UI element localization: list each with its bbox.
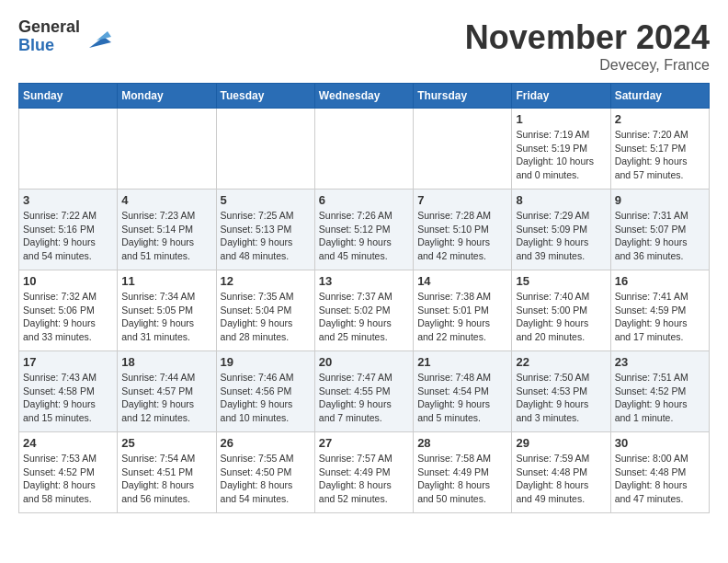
calendar-cell: 30Sunrise: 8:00 AM Sunset: 4:48 PM Dayli… [610, 432, 709, 513]
calendar-cell: 6Sunrise: 7:26 AM Sunset: 5:12 PM Daylig… [314, 190, 413, 270]
calendar-cell: 18Sunrise: 7:44 AM Sunset: 4:57 PM Dayli… [118, 351, 216, 432]
calendar-cell [118, 109, 216, 190]
day-number: 25 [121, 436, 211, 450]
calendar-week-2: 3Sunrise: 7:22 AM Sunset: 5:16 PM Daylig… [19, 190, 710, 270]
column-header-wednesday: Wednesday [314, 84, 413, 109]
column-header-friday: Friday [512, 84, 610, 109]
day-number: 23 [615, 355, 705, 369]
calendar-cell: 3Sunrise: 7:22 AM Sunset: 5:16 PM Daylig… [19, 190, 118, 270]
day-info: Sunrise: 7:53 AM Sunset: 4:52 PM Dayligh… [23, 452, 113, 506]
day-number: 12 [221, 274, 311, 288]
day-number: 8 [516, 193, 606, 207]
column-header-tuesday: Tuesday [216, 84, 314, 109]
day-number: 13 [319, 274, 409, 288]
calendar-cell: 22Sunrise: 7:50 AM Sunset: 4:53 PM Dayli… [512, 351, 610, 432]
day-info: Sunrise: 7:47 AM Sunset: 4:55 PM Dayligh… [319, 371, 409, 425]
calendar-cell: 10Sunrise: 7:32 AM Sunset: 5:06 PM Dayli… [19, 270, 118, 351]
day-number: 1 [516, 112, 606, 126]
day-number: 2 [615, 112, 705, 126]
day-info: Sunrise: 7:58 AM Sunset: 4:49 PM Dayligh… [417, 452, 507, 506]
column-header-sunday: Sunday [19, 84, 118, 109]
calendar-week-3: 10Sunrise: 7:32 AM Sunset: 5:06 PM Dayli… [19, 270, 710, 351]
calendar-cell: 1Sunrise: 7:19 AM Sunset: 5:19 PM Daylig… [512, 109, 610, 190]
logo-general: General [18, 17, 80, 36]
day-number: 14 [417, 274, 507, 288]
calendar-cell [414, 109, 512, 190]
day-number: 29 [516, 436, 606, 450]
day-info: Sunrise: 7:29 AM Sunset: 5:09 PM Dayligh… [516, 209, 606, 263]
calendar-cell: 4Sunrise: 7:23 AM Sunset: 5:14 PM Daylig… [118, 190, 216, 270]
day-number: 6 [319, 193, 409, 207]
calendar-cell [314, 109, 413, 190]
day-info: Sunrise: 7:32 AM Sunset: 5:06 PM Dayligh… [23, 290, 113, 344]
day-info: Sunrise: 7:46 AM Sunset: 4:56 PM Dayligh… [221, 371, 311, 425]
calendar-cell: 25Sunrise: 7:54 AM Sunset: 4:51 PM Dayli… [118, 432, 216, 513]
day-number: 7 [417, 193, 507, 207]
day-number: 4 [121, 193, 211, 207]
day-number: 18 [121, 355, 211, 369]
calendar-cell: 19Sunrise: 7:46 AM Sunset: 4:56 PM Dayli… [216, 351, 314, 432]
day-info: Sunrise: 7:57 AM Sunset: 4:49 PM Dayligh… [319, 452, 409, 506]
day-info: Sunrise: 7:50 AM Sunset: 4:53 PM Dayligh… [516, 371, 606, 425]
day-info: Sunrise: 7:38 AM Sunset: 5:01 PM Dayligh… [417, 290, 507, 344]
calendar-cell: 8Sunrise: 7:29 AM Sunset: 5:09 PM Daylig… [512, 190, 610, 270]
day-info: Sunrise: 7:55 AM Sunset: 4:50 PM Dayligh… [221, 452, 311, 506]
day-number: 24 [23, 436, 113, 450]
day-number: 28 [417, 436, 507, 450]
calendar-cell: 9Sunrise: 7:31 AM Sunset: 5:07 PM Daylig… [610, 190, 709, 270]
month-title: November 2024 [465, 18, 710, 57]
column-header-monday: Monday [118, 84, 216, 109]
calendar-cell: 17Sunrise: 7:43 AM Sunset: 4:58 PM Dayli… [19, 351, 118, 432]
calendar-cell: 26Sunrise: 7:55 AM Sunset: 4:50 PM Dayli… [216, 432, 314, 513]
calendar-cell: 28Sunrise: 7:58 AM Sunset: 4:49 PM Dayli… [414, 432, 512, 513]
calendar-cell [19, 109, 118, 190]
day-number: 17 [23, 355, 113, 369]
day-info: Sunrise: 7:20 AM Sunset: 5:17 PM Dayligh… [615, 128, 705, 182]
calendar-cell: 12Sunrise: 7:35 AM Sunset: 5:04 PM Dayli… [216, 270, 314, 351]
day-info: Sunrise: 7:37 AM Sunset: 5:02 PM Dayligh… [319, 290, 409, 344]
day-info: Sunrise: 7:34 AM Sunset: 5:05 PM Dayligh… [121, 290, 211, 344]
day-info: Sunrise: 7:35 AM Sunset: 5:04 PM Dayligh… [221, 290, 311, 344]
calendar-cell: 29Sunrise: 7:59 AM Sunset: 4:48 PM Dayli… [512, 432, 610, 513]
calendar-week-1: 1Sunrise: 7:19 AM Sunset: 5:19 PM Daylig… [19, 109, 710, 190]
title-section: November 2024 Devecey, France [465, 18, 710, 74]
calendar-cell: 11Sunrise: 7:34 AM Sunset: 5:05 PM Dayli… [118, 270, 216, 351]
day-info: Sunrise: 7:26 AM Sunset: 5:12 PM Dayligh… [319, 209, 409, 263]
logo-blue: Blue [18, 36, 54, 54]
day-number: 20 [319, 355, 409, 369]
day-info: Sunrise: 7:23 AM Sunset: 5:14 PM Dayligh… [121, 209, 211, 263]
day-number: 21 [417, 355, 507, 369]
day-info: Sunrise: 7:40 AM Sunset: 5:00 PM Dayligh… [516, 290, 606, 344]
calendar-week-5: 24Sunrise: 7:53 AM Sunset: 4:52 PM Dayli… [19, 432, 710, 513]
day-number: 30 [615, 436, 705, 450]
day-info: Sunrise: 7:19 AM Sunset: 5:19 PM Dayligh… [516, 128, 606, 182]
calendar-cell: 14Sunrise: 7:38 AM Sunset: 5:01 PM Dayli… [414, 270, 512, 351]
location: Devecey, France [465, 57, 710, 74]
day-number: 3 [23, 193, 113, 207]
day-number: 16 [615, 274, 705, 288]
day-info: Sunrise: 7:51 AM Sunset: 4:52 PM Dayligh… [615, 371, 705, 425]
day-info: Sunrise: 7:22 AM Sunset: 5:16 PM Dayligh… [23, 209, 113, 263]
day-number: 19 [221, 355, 311, 369]
day-info: Sunrise: 7:25 AM Sunset: 5:13 PM Dayligh… [221, 209, 311, 263]
header-row: SundayMondayTuesdayWednesdayThursdayFrid… [19, 84, 710, 109]
calendar-cell: 5Sunrise: 7:25 AM Sunset: 5:13 PM Daylig… [216, 190, 314, 270]
calendar-header: SundayMondayTuesdayWednesdayThursdayFrid… [19, 84, 710, 109]
calendar-cell: 21Sunrise: 7:48 AM Sunset: 4:54 PM Dayli… [414, 351, 512, 432]
calendar-cell: 20Sunrise: 7:47 AM Sunset: 4:55 PM Dayli… [314, 351, 413, 432]
calendar-cell: 15Sunrise: 7:40 AM Sunset: 5:00 PM Dayli… [512, 270, 610, 351]
calendar-week-4: 17Sunrise: 7:43 AM Sunset: 4:58 PM Dayli… [19, 351, 710, 432]
day-number: 5 [221, 193, 311, 207]
day-info: Sunrise: 7:43 AM Sunset: 4:58 PM Dayligh… [23, 371, 113, 425]
day-number: 10 [23, 274, 113, 288]
calendar-cell: 7Sunrise: 7:28 AM Sunset: 5:10 PM Daylig… [414, 190, 512, 270]
calendar-cell [216, 109, 314, 190]
day-number: 26 [221, 436, 311, 450]
calendar-cell: 16Sunrise: 7:41 AM Sunset: 4:59 PM Dayli… [610, 270, 709, 351]
day-info: Sunrise: 7:59 AM Sunset: 4:48 PM Dayligh… [516, 452, 606, 506]
day-info: Sunrise: 7:41 AM Sunset: 4:59 PM Dayligh… [615, 290, 705, 344]
calendar-cell: 13Sunrise: 7:37 AM Sunset: 5:02 PM Dayli… [314, 270, 413, 351]
day-info: Sunrise: 8:00 AM Sunset: 4:48 PM Dayligh… [615, 452, 705, 506]
day-number: 9 [615, 193, 705, 207]
calendar-cell: 24Sunrise: 7:53 AM Sunset: 4:52 PM Dayli… [19, 432, 118, 513]
